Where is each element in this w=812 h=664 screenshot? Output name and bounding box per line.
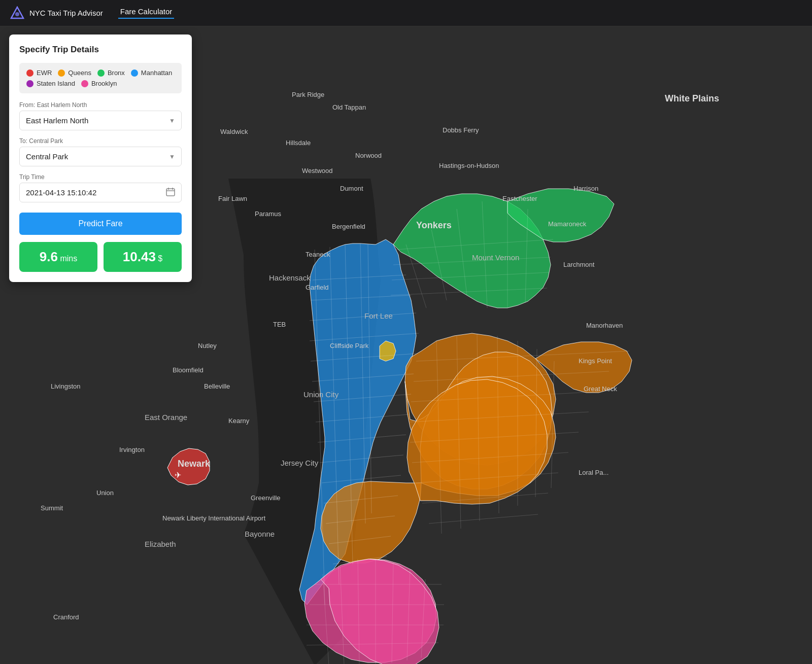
legend-dot-manhattan [131, 69, 138, 77]
result-fare-value: 10.43 [123, 249, 156, 264]
legend-label-bronx: Bronx [108, 69, 125, 77]
trip-time-label: Trip Time [19, 173, 182, 181]
legend-dot-staten_island [26, 80, 33, 87]
to-label: To: Central Park [19, 137, 182, 145]
result-fare-badge: 10.43 $ [104, 242, 182, 272]
legend-label-manhattan: Manhattan [141, 69, 172, 77]
result-mins-value: 9.6 [40, 249, 58, 264]
to-field-group: To: Central Park Central Park ▼ [19, 137, 182, 166]
legend-item-queens: Queens [58, 69, 91, 77]
side-panel: Specify Trip Details EWRQueensBronxManha… [9, 34, 192, 282]
app-title: NYC Taxi Trip Advisor [29, 9, 103, 17]
from-field-group: From: East Harlem North East Harlem Nort… [19, 101, 182, 130]
to-select-wrapper[interactable]: Central Park ▼ [19, 147, 182, 166]
legend-label-ewr: EWR [37, 69, 52, 77]
legend-dot-bronx [97, 69, 105, 77]
legend-label-staten_island: Staten Island [37, 80, 75, 87]
svg-text:✈: ✈ [175, 471, 181, 479]
to-select[interactable]: Central Park [20, 147, 181, 166]
result-mins-unit: mins [60, 254, 77, 263]
result-mins-badge: 9.6 mins [19, 242, 97, 272]
from-select-wrapper[interactable]: East Harlem North ▼ [19, 111, 182, 130]
logo-icon [10, 6, 24, 20]
legend-dot-queens [58, 69, 65, 77]
result-fare-unit: $ [158, 254, 162, 263]
legend-item-staten_island: Staten Island [26, 80, 75, 87]
results-row: 9.6 mins 10.43 $ [19, 242, 182, 272]
panel-title: Specify Trip Details [19, 45, 182, 55]
navbar: NYC Taxi Trip Advisor Fare Calculator [0, 0, 812, 26]
legend-label-brooklyn: Brooklyn [91, 80, 117, 87]
trip-time-input[interactable]: 2021-04-13 15:10:42 [20, 183, 181, 202]
trip-time-group: Trip Time 2021-04-13 15:10:42 [19, 173, 182, 202]
from-select[interactable]: East Harlem North [20, 111, 181, 130]
legend-dot-brooklyn [81, 80, 88, 87]
legend-item-bronx: Bronx [97, 69, 125, 77]
svg-line-31 [429, 514, 538, 523]
fare-calculator-tab[interactable]: Fare Calculator [118, 7, 175, 19]
legend-item-manhattan: Manhattan [131, 69, 172, 77]
legend-item-brooklyn: Brooklyn [81, 80, 117, 87]
legend: EWRQueensBronxManhattanStaten IslandBroo… [19, 63, 182, 93]
svg-point-1 [15, 12, 19, 16]
predict-fare-button[interactable]: Predict Fare [19, 213, 182, 235]
legend-label-queens: Queens [68, 69, 91, 77]
app-logo: NYC Taxi Trip Advisor [10, 6, 103, 20]
from-label: From: East Harlem North [19, 101, 182, 109]
legend-item-ewr: EWR [26, 69, 52, 77]
time-input-wrapper[interactable]: 2021-04-13 15:10:42 [19, 183, 182, 202]
legend-dot-ewr [26, 69, 33, 77]
